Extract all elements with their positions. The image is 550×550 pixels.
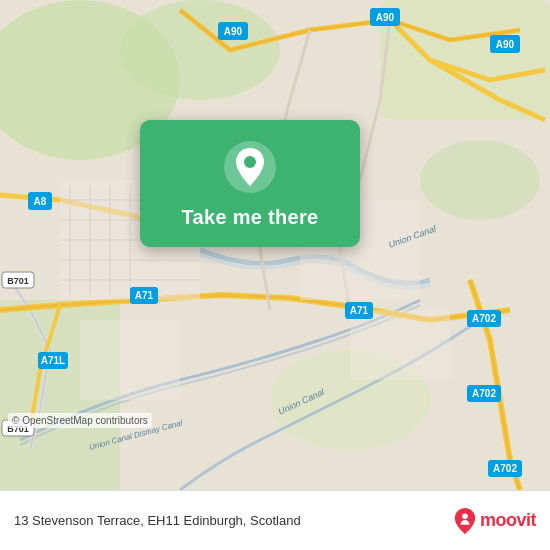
- svg-text:A702: A702: [472, 388, 496, 399]
- moovit-logo: moovit: [454, 508, 536, 534]
- bottom-bar: 13 Stevenson Terrace, EH11 Edinburgh, Sc…: [0, 490, 550, 550]
- svg-rect-10: [350, 310, 450, 380]
- main-container: A90 A90 A90 A8 B701 B701 A71 A71L A71 A7…: [0, 0, 550, 550]
- location-pin-icon: [223, 140, 277, 194]
- svg-text:A8: A8: [34, 196, 47, 207]
- navigation-card: Take me there: [140, 120, 360, 247]
- svg-text:A90: A90: [224, 26, 243, 37]
- svg-text:B701: B701: [7, 276, 29, 286]
- svg-text:A71L: A71L: [41, 355, 65, 366]
- map-attribution: © OpenStreetMap contributors: [8, 413, 152, 428]
- address-label: 13 Stevenson Terrace, EH11 Edinburgh, Sc…: [14, 513, 454, 528]
- moovit-logo-text: moovit: [480, 510, 536, 531]
- svg-point-2: [120, 0, 280, 100]
- svg-rect-3: [380, 0, 550, 120]
- svg-text:A71: A71: [135, 290, 154, 301]
- map-area: A90 A90 A90 A8 B701 B701 A71 A71L A71 A7…: [0, 0, 550, 490]
- svg-text:A90: A90: [496, 39, 515, 50]
- moovit-pin-icon: [454, 508, 476, 534]
- svg-text:A702: A702: [472, 313, 496, 324]
- svg-point-4: [420, 140, 540, 220]
- svg-text:A90: A90: [376, 12, 395, 23]
- svg-rect-9: [80, 320, 180, 400]
- svg-text:A702: A702: [493, 463, 517, 474]
- take-me-there-button[interactable]: Take me there: [182, 206, 319, 229]
- svg-point-48: [244, 156, 256, 168]
- svg-text:A71: A71: [350, 305, 369, 316]
- svg-point-49: [462, 513, 468, 519]
